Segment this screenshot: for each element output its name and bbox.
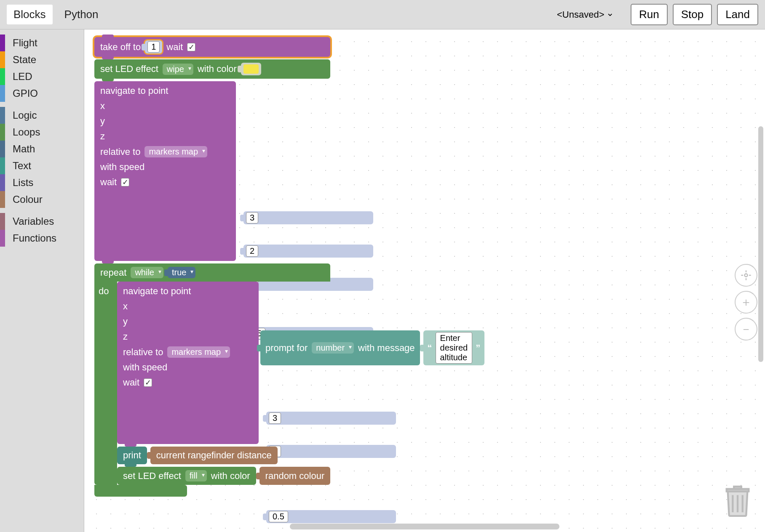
category-gpio[interactable]: GPIO (0, 85, 84, 102)
category-flight[interactable]: Flight (0, 35, 84, 51)
category-label: Variables (13, 215, 54, 227)
random-colour-label: random colour (265, 471, 325, 481)
block-rangefinder[interactable]: current rangefinder distance (150, 447, 278, 464)
nav1-x-value: 3 (246, 212, 258, 223)
category-math[interactable]: Math (0, 141, 84, 157)
rangefinder-label: current rangefinder distance (156, 450, 272, 461)
nav2-speed-value: 0.5 (269, 511, 288, 522)
category-swatch (0, 85, 5, 102)
print-label: print (123, 450, 141, 461)
file-select[interactable]: <Unsaved> (553, 7, 617, 22)
category-swatch (0, 141, 5, 157)
nav1-y-slot[interactable]: 2 (243, 245, 373, 258)
category-label: GPIO (13, 88, 38, 99)
nav1-x-slot[interactable]: 3 (243, 211, 373, 224)
category-label: Math (13, 143, 35, 155)
category-led[interactable]: LED (0, 68, 84, 85)
block-prompt[interactable]: prompt for number with message (260, 330, 420, 365)
nav2-speed-label: with speed (123, 362, 167, 373)
svg-point-0 (745, 274, 748, 277)
horizontal-scrollbar[interactable] (290, 524, 559, 529)
block-print[interactable]: print (117, 447, 147, 464)
repeat-cond-dropdown[interactable]: true (168, 267, 195, 278)
category-swatch (0, 124, 5, 141)
category-functions[interactable]: Functions (0, 230, 84, 247)
nav2-x-value: 3 (269, 412, 281, 424)
repeat-label: repeat (100, 267, 126, 278)
category-swatch (0, 51, 5, 68)
category-label: Flight (13, 37, 37, 49)
led2-effect-dropdown[interactable]: fill (185, 470, 207, 481)
block-stack: take off to 1 wait set LED effect wipe w… (94, 37, 330, 497)
category-text[interactable]: Text (0, 157, 84, 174)
nav1-y-label: y (100, 116, 105, 127)
repeat-tail (94, 485, 187, 497)
stop-button[interactable]: Stop (673, 4, 712, 25)
category-state[interactable]: State (0, 51, 84, 68)
nav2-rel-dropdown[interactable]: markers map (167, 346, 230, 358)
nav2-title: navigate to point (123, 286, 191, 297)
prompt-msg-value[interactable]: Enter desired altitude (436, 332, 473, 364)
block-takeoff[interactable]: take off to 1 wait (94, 37, 330, 57)
prompt-label: prompt for (265, 343, 308, 354)
takeoff-altitude-slot[interactable]: 1 (145, 40, 162, 53)
nav2-wait-label: wait (123, 377, 139, 388)
nav2-x-slot[interactable]: 3 (266, 412, 396, 425)
category-loops[interactable]: Loops (0, 124, 84, 141)
category-swatch (0, 68, 5, 85)
land-button[interactable]: Land (717, 4, 758, 25)
led1-effect-dropdown[interactable]: wipe (163, 64, 193, 75)
block-navigate-1[interactable]: navigate to point x y z relative to mark… (94, 81, 236, 261)
workspace[interactable]: take off to 1 wait set LED effect wipe w… (84, 29, 765, 532)
block-repeat[interactable]: repeat while true do navigate to point x… (94, 263, 330, 497)
nav1-wait-label: wait (100, 177, 117, 188)
nav2-z-label: z (123, 331, 128, 342)
takeoff-label: take off to (100, 42, 141, 53)
category-swatch (0, 230, 5, 247)
category-swatch (0, 157, 5, 174)
nav2-wait-checkbox[interactable] (144, 378, 152, 387)
nav2-y-slot[interactable]: 2 (266, 445, 396, 458)
takeoff-wait-checkbox[interactable] (187, 43, 195, 51)
block-led-wipe[interactable]: set LED effect wipe with color (94, 59, 330, 79)
prompt-type-dropdown[interactable]: number (312, 342, 354, 354)
block-led-fill[interactable]: set LED effect fill with color (117, 467, 256, 485)
category-label: Text (13, 160, 31, 172)
run-button[interactable]: Run (631, 4, 668, 25)
nav1-wait-checkbox[interactable] (121, 178, 129, 186)
category-variables[interactable]: Variables (0, 213, 84, 230)
nav1-rel-dropdown[interactable]: markers map (144, 146, 207, 157)
category-swatch (0, 191, 5, 208)
category-label: LED (13, 71, 32, 82)
led1-color-slot[interactable] (241, 63, 261, 75)
nav2-speed-slot[interactable]: 0.5 (266, 510, 396, 523)
repeat-do-label: do (94, 282, 117, 485)
takeoff-wait-label: wait (166, 42, 183, 53)
category-lists[interactable]: Lists (0, 174, 84, 191)
block-random-colour[interactable]: random colour (259, 467, 331, 485)
category-toolbox: FlightStateLEDGPIOLogicLoopsMathTextList… (0, 29, 84, 532)
category-label: Colour (13, 194, 43, 205)
repeat-mode-dropdown[interactable]: while (131, 267, 163, 278)
repeat-header[interactable]: repeat while true (94, 263, 330, 282)
led2-label: set LED effect (123, 471, 181, 481)
top-toolbar: Blocks Python <Unsaved> Run Stop Land (0, 0, 765, 29)
zoom-out-button[interactable]: － (735, 318, 757, 340)
zoom-in-button[interactable]: ＋ (735, 291, 757, 314)
category-swatch (0, 213, 5, 230)
nav1-x-label: x (100, 101, 105, 112)
tab-blocks[interactable]: Blocks (7, 5, 53, 24)
block-string-literal[interactable]: “ Enter desired altitude ” (423, 330, 485, 365)
takeoff-altitude-value: 1 (147, 41, 160, 53)
nav2-y-label: y (123, 316, 128, 327)
nav1-rel-label: relative to (100, 146, 140, 157)
trash-icon[interactable] (723, 482, 752, 519)
block-navigate-2[interactable]: navigate to point x y z relative to mark… (117, 282, 259, 444)
category-colour[interactable]: Colour (0, 191, 84, 208)
nav2-rel-label: relative to (123, 347, 163, 358)
center-view-button[interactable] (735, 264, 757, 287)
open-quote-icon: “ (428, 343, 432, 354)
category-logic[interactable]: Logic (0, 107, 84, 124)
category-label: Loops (13, 126, 40, 138)
tab-python[interactable]: Python (58, 5, 105, 24)
